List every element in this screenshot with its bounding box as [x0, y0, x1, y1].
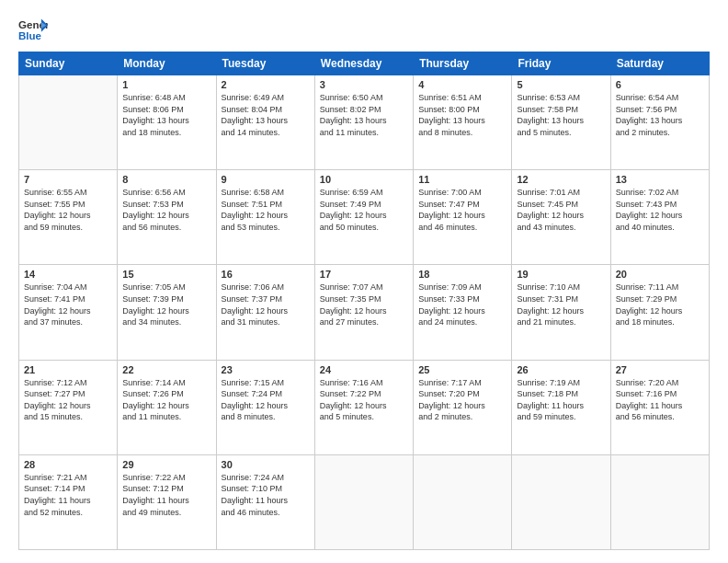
day-info: Sunrise: 7:01 AM Sunset: 7:45 PM Dayligh…	[517, 187, 605, 233]
calendar-cell: 24Sunrise: 7:16 AM Sunset: 7:22 PM Dayli…	[314, 360, 413, 454]
day-number: 12	[517, 174, 605, 185]
day-number: 28	[24, 459, 112, 470]
day-info: Sunrise: 6:51 AM Sunset: 8:00 PM Dayligh…	[418, 92, 506, 138]
day-info: Sunrise: 6:55 AM Sunset: 7:55 PM Dayligh…	[24, 187, 112, 233]
page: General Blue SundayMondayTuesdayWednesda…	[0, 0, 728, 563]
calendar-cell: 16Sunrise: 7:06 AM Sunset: 7:37 PM Dayli…	[216, 265, 314, 360]
calendar-cell: 12Sunrise: 7:01 AM Sunset: 7:45 PM Dayli…	[512, 170, 610, 265]
calendar-cell: 18Sunrise: 7:09 AM Sunset: 7:33 PM Dayli…	[414, 265, 512, 360]
calendar-table: SundayMondayTuesdayWednesdayThursdayFrid…	[18, 52, 710, 550]
weekday-header-tuesday: Tuesday	[216, 52, 314, 75]
day-number: 24	[320, 364, 408, 375]
day-number: 21	[24, 364, 112, 375]
day-info: Sunrise: 7:04 AM Sunset: 7:41 PM Dayligh…	[24, 282, 112, 327]
calendar-cell	[512, 454, 610, 549]
day-number: 25	[418, 364, 506, 375]
calendar-cell: 20Sunrise: 7:11 AM Sunset: 7:29 PM Dayli…	[610, 265, 709, 360]
calendar-cell: 5Sunrise: 6:53 AM Sunset: 7:58 PM Daylig…	[512, 75, 610, 170]
day-info: Sunrise: 7:09 AM Sunset: 7:33 PM Dayligh…	[418, 282, 506, 327]
day-number: 8	[122, 174, 210, 185]
day-number: 20	[616, 269, 704, 280]
calendar-cell: 9Sunrise: 6:58 AM Sunset: 7:51 PM Daylig…	[216, 170, 314, 265]
day-info: Sunrise: 7:24 AM Sunset: 7:10 PM Dayligh…	[222, 472, 310, 518]
weekday-header-thursday: Thursday	[414, 52, 512, 75]
calendar-cell	[610, 454, 709, 549]
day-number: 2	[222, 79, 310, 90]
day-info: Sunrise: 7:05 AM Sunset: 7:39 PM Dayligh…	[122, 282, 210, 327]
calendar-cell: 13Sunrise: 7:02 AM Sunset: 7:43 PM Dayli…	[610, 170, 709, 265]
day-number: 3	[320, 79, 408, 90]
week-row-2: 14Sunrise: 7:04 AM Sunset: 7:41 PM Dayli…	[19, 265, 710, 360]
header: General Blue	[18, 17, 710, 42]
day-info: Sunrise: 7:11 AM Sunset: 7:29 PM Dayligh…	[616, 282, 704, 327]
calendar-cell: 8Sunrise: 6:56 AM Sunset: 7:53 PM Daylig…	[118, 170, 216, 265]
calendar-cell: 27Sunrise: 7:20 AM Sunset: 7:16 PM Dayli…	[610, 360, 709, 454]
day-info: Sunrise: 7:02 AM Sunset: 7:43 PM Dayligh…	[616, 187, 704, 233]
day-info: Sunrise: 6:56 AM Sunset: 7:53 PM Dayligh…	[122, 187, 210, 233]
weekday-header-sunday: Sunday	[19, 52, 118, 75]
day-info: Sunrise: 7:00 AM Sunset: 7:47 PM Dayligh…	[418, 187, 506, 233]
calendar-cell: 21Sunrise: 7:12 AM Sunset: 7:27 PM Dayli…	[19, 360, 118, 454]
calendar-cell: 29Sunrise: 7:22 AM Sunset: 7:12 PM Dayli…	[118, 454, 216, 549]
weekday-header-saturday: Saturday	[610, 52, 709, 75]
svg-text:Blue: Blue	[18, 30, 42, 41]
calendar-cell: 3Sunrise: 6:50 AM Sunset: 8:02 PM Daylig…	[314, 75, 413, 170]
calendar-cell	[314, 454, 413, 549]
calendar-cell	[414, 454, 512, 549]
day-info: Sunrise: 7:10 AM Sunset: 7:31 PM Dayligh…	[517, 282, 605, 327]
day-number: 4	[418, 79, 506, 90]
calendar-cell: 23Sunrise: 7:15 AM Sunset: 7:24 PM Dayli…	[216, 360, 314, 454]
calendar-cell	[19, 75, 118, 170]
week-row-0: 1Sunrise: 6:48 AM Sunset: 8:06 PM Daylig…	[19, 75, 710, 170]
day-number: 30	[222, 459, 310, 470]
day-number: 19	[517, 269, 605, 280]
day-number: 18	[418, 269, 506, 280]
logo-icon: General Blue	[18, 17, 48, 42]
day-number: 26	[517, 364, 605, 375]
day-info: Sunrise: 6:58 AM Sunset: 7:51 PM Dayligh…	[222, 187, 310, 233]
calendar-cell: 10Sunrise: 6:59 AM Sunset: 7:49 PM Dayli…	[314, 170, 413, 265]
day-info: Sunrise: 7:16 AM Sunset: 7:22 PM Dayligh…	[320, 377, 408, 423]
calendar-cell: 22Sunrise: 7:14 AM Sunset: 7:26 PM Dayli…	[118, 360, 216, 454]
logo: General Blue	[18, 17, 50, 42]
day-number: 10	[320, 174, 408, 185]
day-number: 14	[24, 269, 112, 280]
day-info: Sunrise: 6:54 AM Sunset: 7:56 PM Dayligh…	[616, 92, 704, 138]
weekday-header-row: SundayMondayTuesdayWednesdayThursdayFrid…	[19, 52, 710, 75]
calendar-cell: 14Sunrise: 7:04 AM Sunset: 7:41 PM Dayli…	[19, 265, 118, 360]
calendar-cell: 6Sunrise: 6:54 AM Sunset: 7:56 PM Daylig…	[610, 75, 709, 170]
day-info: Sunrise: 7:12 AM Sunset: 7:27 PM Dayligh…	[24, 377, 112, 423]
day-number: 9	[222, 174, 310, 185]
day-info: Sunrise: 6:59 AM Sunset: 7:49 PM Dayligh…	[320, 187, 408, 233]
day-number: 11	[418, 174, 506, 185]
day-info: Sunrise: 6:49 AM Sunset: 8:04 PM Dayligh…	[222, 92, 310, 138]
day-number: 29	[122, 459, 210, 470]
day-info: Sunrise: 7:21 AM Sunset: 7:14 PM Dayligh…	[24, 472, 112, 518]
calendar-cell: 11Sunrise: 7:00 AM Sunset: 7:47 PM Dayli…	[414, 170, 512, 265]
day-info: Sunrise: 6:50 AM Sunset: 8:02 PM Dayligh…	[320, 92, 408, 138]
day-info: Sunrise: 6:48 AM Sunset: 8:06 PM Dayligh…	[122, 92, 210, 138]
calendar-cell: 28Sunrise: 7:21 AM Sunset: 7:14 PM Dayli…	[19, 454, 118, 549]
day-number: 17	[320, 269, 408, 280]
day-info: Sunrise: 7:19 AM Sunset: 7:18 PM Dayligh…	[517, 377, 605, 423]
day-number: 5	[517, 79, 605, 90]
week-row-4: 28Sunrise: 7:21 AM Sunset: 7:14 PM Dayli…	[19, 454, 710, 549]
weekday-header-friday: Friday	[512, 52, 610, 75]
day-number: 1	[122, 79, 210, 90]
day-info: Sunrise: 7:14 AM Sunset: 7:26 PM Dayligh…	[122, 377, 210, 423]
calendar-cell: 17Sunrise: 7:07 AM Sunset: 7:35 PM Dayli…	[314, 265, 413, 360]
day-info: Sunrise: 7:22 AM Sunset: 7:12 PM Dayligh…	[122, 472, 210, 518]
weekday-header-monday: Monday	[118, 52, 216, 75]
calendar-cell: 4Sunrise: 6:51 AM Sunset: 8:00 PM Daylig…	[414, 75, 512, 170]
day-info: Sunrise: 7:07 AM Sunset: 7:35 PM Dayligh…	[320, 282, 408, 327]
calendar-cell: 1Sunrise: 6:48 AM Sunset: 8:06 PM Daylig…	[118, 75, 216, 170]
day-info: Sunrise: 7:15 AM Sunset: 7:24 PM Dayligh…	[222, 377, 310, 423]
day-number: 16	[222, 269, 310, 280]
weekday-header-wednesday: Wednesday	[314, 52, 413, 75]
day-number: 7	[24, 174, 112, 185]
day-number: 22	[122, 364, 210, 375]
calendar-cell: 7Sunrise: 6:55 AM Sunset: 7:55 PM Daylig…	[19, 170, 118, 265]
day-info: Sunrise: 7:17 AM Sunset: 7:20 PM Dayligh…	[418, 377, 506, 423]
calendar-cell: 15Sunrise: 7:05 AM Sunset: 7:39 PM Dayli…	[118, 265, 216, 360]
day-number: 23	[222, 364, 310, 375]
